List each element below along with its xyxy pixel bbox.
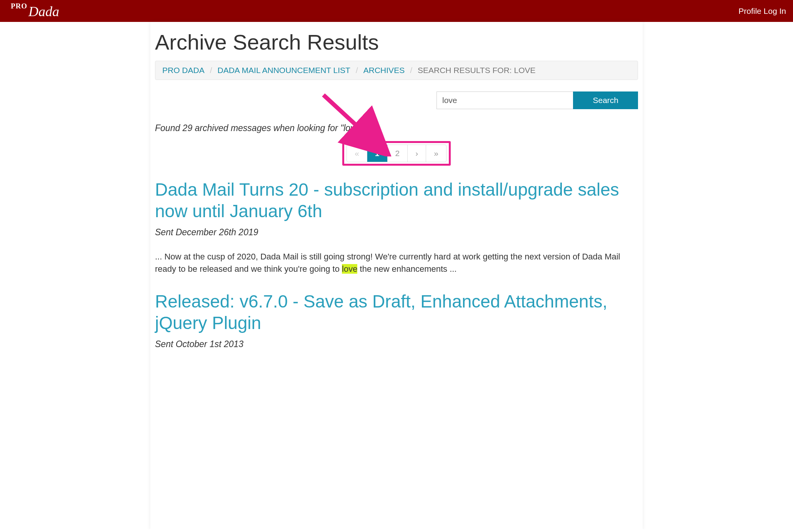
logo-pro-text: PRO [11,2,27,10]
result-sent-date: Sent December 26th 2019 [155,227,638,238]
breadcrumb-link[interactable]: DADA MAIL ANNOUNCEMENT LIST [218,66,350,75]
search-button[interactable]: Search [573,91,638,109]
breadcrumb: PRO DADA / DADA MAIL ANNOUNCEMENT LIST /… [155,61,638,80]
top-bar: PRO Dada Profile Log In [0,0,793,22]
breadcrumb-link[interactable]: ARCHIVES [363,66,405,75]
result-excerpt: ... Now at the cusp of 2020, Dada Mail i… [155,251,638,275]
result-title-link[interactable]: Dada Mail Turns 20 - subscription and in… [155,179,638,222]
pagination-wrap: « 1 2 › » [155,141,638,166]
logo-dada-text: Dada [28,3,59,20]
page-title: Archive Search Results [155,22,638,61]
result-title-link[interactable]: Released: v6.7.0 - Save as Draft, Enhanc… [155,291,638,334]
pagination-page-1[interactable]: 1 [367,145,387,162]
pagination-last[interactable]: » [426,145,446,162]
content-wrap: Archive Search Results PRO DADA / DADA M… [150,22,643,529]
found-suffix: ": [360,123,365,133]
pagination: « 1 2 › » [347,145,446,162]
breadcrumb-current: SEARCH RESULTS FOR: LOVE [418,66,536,75]
profile-login-link[interactable]: Profile Log In [738,7,786,16]
search-group: Search [436,91,638,109]
pagination-highlight-box: « 1 2 › » [342,141,451,166]
excerpt-after: the new enhancements ... [357,264,456,274]
breadcrumb-sep: / [210,66,212,75]
breadcrumb-sep: / [410,66,412,75]
breadcrumb-link[interactable]: PRO DADA [162,66,205,75]
search-row: Search [155,91,638,109]
found-term: love [343,123,360,133]
pagination-page-2[interactable]: 2 [388,145,408,162]
found-prefix: Found 29 archived messages when looking … [155,123,343,133]
breadcrumb-sep: / [356,66,358,75]
search-highlight: love [342,264,357,274]
pagination-next[interactable]: › [408,145,426,162]
result-sent-date: Sent October 1st 2013 [155,339,638,349]
search-input[interactable] [436,91,573,109]
found-line: Found 29 archived messages when looking … [155,123,638,133]
logo[interactable]: PRO Dada [12,3,54,20]
pagination-first[interactable]: « [347,145,367,162]
